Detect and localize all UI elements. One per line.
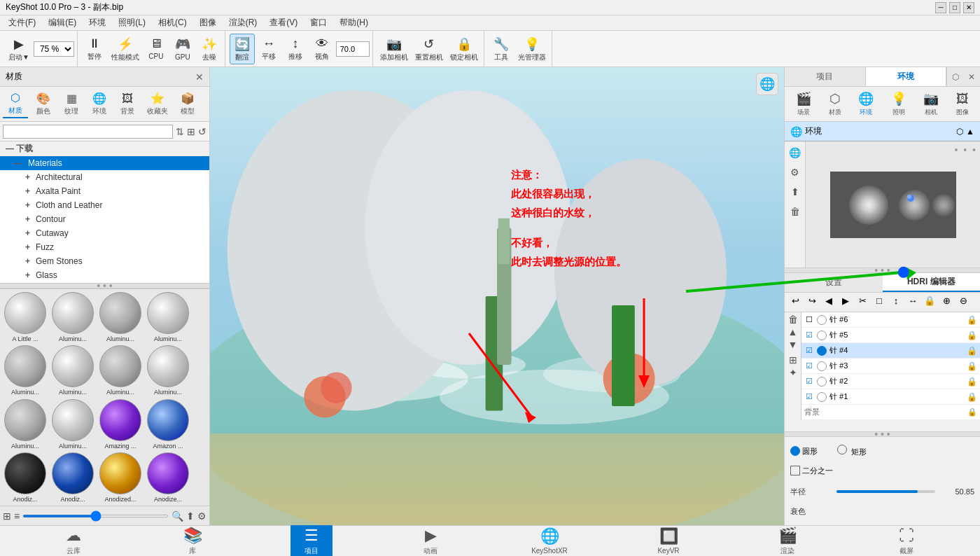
- list-item[interactable]: Anodiz...: [3, 452, 48, 503]
- close-button[interactable]: ✕: [963, 2, 974, 13]
- settings-icon[interactable]: ⚙: [197, 510, 206, 522]
- list-item[interactable]: Amazon ...: [146, 399, 190, 450]
- tree-item-cloth[interactable]: + Cloth and Leather: [0, 198, 209, 212]
- hdri-lock[interactable]: 🔒: [922, 293, 937, 308]
- search-input[interactable]: [3, 125, 173, 139]
- env-side-upload[interactable]: ⬆: [787, 183, 804, 200]
- layer-circle-pin4[interactable]: [817, 346, 827, 356]
- layer-delete-btn[interactable]: 🗑: [788, 314, 798, 325]
- hdri-tab-editor[interactable]: HDRI 编辑器: [883, 273, 981, 292]
- list-item[interactable]: Anodiz...: [50, 452, 95, 503]
- list-item[interactable]: Anodized...: [98, 452, 143, 503]
- hdri-remove[interactable]: ⊖: [955, 293, 971, 308]
- pause-button[interactable]: ⏸ 暂停: [82, 34, 107, 64]
- layer-check-pin5[interactable]: ☑: [804, 331, 814, 340]
- start-button[interactable]: ▶ 启动▼: [6, 34, 32, 64]
- layer-row-pin6[interactable]: ☐ 针 #6 🔒: [802, 312, 980, 328]
- layer-lock-pin5[interactable]: 🔒: [967, 331, 977, 340]
- layer-check-pin3[interactable]: ☑: [804, 361, 814, 371]
- ri-image[interactable]: 🖼 图像: [956, 92, 969, 117]
- layer-row-pin1[interactable]: ☑ 针 #1 🔒: [802, 389, 980, 405]
- grid-view-button[interactable]: ⊞: [3, 510, 11, 522]
- layer-lock-pin6[interactable]: 🔒: [967, 315, 977, 325]
- zoom-in-icon[interactable]: 🔍: [172, 510, 183, 522]
- flip-button[interactable]: 🔄 翻渲: [230, 34, 255, 64]
- hdri-undo[interactable]: ↩: [788, 293, 803, 308]
- layer-merge-btn[interactable]: ⊞: [789, 354, 797, 366]
- list-item[interactable]: Aluminu...: [146, 292, 190, 342]
- denoise-button[interactable]: ✨ 去噪: [197, 34, 222, 64]
- rect-radio-btn[interactable]: [837, 445, 847, 454]
- hdri-redo[interactable]: ↪: [804, 293, 820, 308]
- tab-favorites[interactable]: ⭐ 收藏夹: [143, 90, 172, 118]
- list-item[interactable]: Aluminu...: [3, 399, 48, 450]
- list-item[interactable]: Aluminu...: [98, 345, 143, 396]
- layer-check-pin6[interactable]: ☐: [804, 315, 814, 325]
- hdri-prev[interactable]: ◀: [821, 293, 836, 308]
- keyvr-btn[interactable]: 🔲 KeyVR: [648, 527, 690, 555]
- background-lock-icon[interactable]: 🔒: [967, 408, 977, 417]
- tree-item-cutaway[interactable]: + Cutaway: [0, 226, 209, 240]
- layer-row-pin5[interactable]: ☑ 针 #5 🔒: [802, 328, 980, 343]
- tab-model[interactable]: 📦 模型: [175, 90, 200, 118]
- fov-input[interactable]: [336, 41, 370, 57]
- env-side-settings[interactable]: ⚙: [787, 164, 804, 181]
- env-undock-icon[interactable]: ⬡: [956, 127, 963, 137]
- move-button[interactable]: ↔ 平移: [256, 34, 281, 64]
- menu-render[interactable]: 渲染(R): [223, 15, 263, 30]
- sort-icon[interactable]: ⇅: [176, 126, 184, 137]
- menu-window[interactable]: 窗口: [304, 15, 332, 30]
- tab-env[interactable]: 🌐 环境: [87, 90, 112, 118]
- circle-radio-btn[interactable]: [790, 446, 800, 456]
- hdri-next[interactable]: ▶: [838, 293, 853, 308]
- half-checkbox[interactable]: 二分之一: [790, 466, 833, 476]
- menu-env[interactable]: 环境: [83, 15, 111, 30]
- render-btn[interactable]: 🎬 渲染: [766, 527, 808, 556]
- layer-circle-pin1[interactable]: [817, 392, 827, 402]
- layer-circle-pin5[interactable]: [817, 331, 827, 340]
- rp-tab-project[interactable]: 项目: [785, 67, 866, 86]
- list-item[interactable]: Aluminu...: [50, 399, 95, 450]
- tab-background[interactable]: 🖼 背景: [115, 91, 140, 118]
- layer-circle-pin6[interactable]: [817, 315, 827, 325]
- hdri-fliph[interactable]: ↔: [905, 293, 920, 308]
- hdri-copy[interactable]: □: [872, 293, 887, 308]
- screenshot-btn[interactable]: ⛶ 截屏: [886, 527, 927, 556]
- light-manager-button[interactable]: 💡 光管理器: [515, 34, 549, 64]
- gpu-button[interactable]: 🎮 GPU: [170, 34, 195, 64]
- cloud-btn[interactable]: ☁ 云库: [52, 527, 94, 556]
- reset-camera-button[interactable]: ↺ 重置相机: [412, 34, 446, 64]
- layer-fx-btn[interactable]: ✦: [789, 367, 797, 378]
- layer-up-btn[interactable]: ▲: [788, 326, 798, 338]
- layer-lock-pin2[interactable]: 🔒: [967, 377, 977, 387]
- menu-camera[interactable]: 相机(C): [153, 15, 192, 30]
- tree-item-fuzz[interactable]: + Fuzz: [0, 240, 209, 254]
- tab-material[interactable]: ⬡ 材质: [3, 90, 28, 118]
- ri-camera[interactable]: 📷 相机: [923, 91, 939, 117]
- layer-down-btn[interactable]: ▼: [788, 339, 798, 350]
- tab-texture[interactable]: ▦ 纹理: [59, 90, 84, 118]
- list-item[interactable]: Aluminu...: [50, 345, 95, 396]
- keyshotxr-btn[interactable]: 🌐 KeyShotXR: [528, 527, 570, 555]
- viewport-settings-button[interactable]: 🌐: [756, 73, 778, 95]
- rp-close-button[interactable]: ✕: [963, 67, 980, 86]
- layer-row-pin3[interactable]: ☑ 针 #3 🔒: [802, 359, 980, 374]
- menu-help[interactable]: 帮助(H): [334, 15, 374, 30]
- upload-icon[interactable]: ⬆: [186, 510, 195, 522]
- menu-edit[interactable]: 编辑(E): [43, 15, 82, 30]
- performance-button[interactable]: ⚡ 性能模式: [108, 34, 142, 64]
- layer-lock-pin3[interactable]: 🔒: [967, 361, 977, 371]
- layer-check-pin1[interactable]: ☑: [804, 392, 814, 402]
- close-panel-button[interactable]: ✕: [195, 71, 204, 83]
- list-item[interactable]: Aluminu...: [50, 292, 95, 342]
- layer-row-pin4[interactable]: ☑ 针 #4 🔒: [802, 343, 980, 359]
- menu-file[interactable]: 文件(F): [3, 15, 41, 30]
- add-camera-button[interactable]: 📷 添加相机: [377, 34, 411, 64]
- layer-lock-pin1[interactable]: 🔒: [967, 392, 977, 402]
- hdri-add[interactable]: ⊕: [939, 293, 954, 308]
- menu-lighting[interactable]: 照明(L): [113, 15, 151, 30]
- list-item[interactable]: Aluminu...: [146, 345, 190, 396]
- menu-view[interactable]: 查看(V): [264, 15, 303, 30]
- rect-radio[interactable]: 矩形: [837, 445, 867, 457]
- radius-slider[interactable]: [836, 490, 935, 493]
